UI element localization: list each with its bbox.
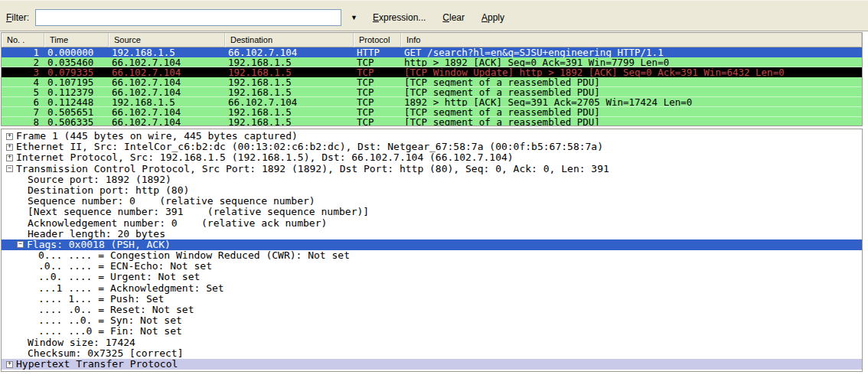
cell-info: [TCP Window Update] http > 1892 [ACK] Se…: [401, 67, 862, 77]
detail-line-text: Destination port: http (80): [28, 185, 189, 196]
detail-line[interactable]: ..0. .... = Urgent: Not set: [2, 272, 862, 282]
cell-info: [TCP segment of a reassembled PDU]: [401, 87, 862, 96]
column-header-protocol[interactable]: Protocol: [354, 33, 401, 47]
detail-line-text: .... .0.. = Reset: Not set: [38, 305, 194, 315]
cell-info: 1892 > http [ACK] Seq=391 Ack=2705 Win=1…: [401, 97, 862, 106]
expand-icon[interactable]: +: [6, 133, 13, 140]
cell-no: 3: [2, 67, 44, 77]
detail-line[interactable]: +Hypertext Transfer Protocol: [2, 359, 862, 370]
cell-source: 66.102.7.104: [109, 87, 225, 96]
cell-destination: 192.168.1.5: [225, 117, 354, 125]
packet-row-4[interactable]: 40.10719566.102.7.104192.168.1.5TCP[TCP …: [2, 77, 862, 87]
detail-line-text: Frame 1 (445 bytes on wire, 445 bytes ca…: [16, 131, 298, 142]
column-header-source[interactable]: Source: [109, 33, 225, 47]
cell-no: 7: [2, 107, 44, 116]
collapse-icon[interactable]: −: [6, 165, 13, 172]
cell-time: 0.505651: [44, 107, 109, 116]
column-header-no[interactable]: No. .: [2, 33, 44, 47]
detail-line-text: ...1 .... = Acknowledgment: Set: [38, 283, 224, 294]
cell-destination: 192.168.1.5: [225, 77, 354, 86]
packet-list-header: No. .TimeSourceDestinationProtocolInfo: [2, 33, 862, 47]
cell-time: 0.000000: [44, 47, 109, 57]
cell-source: 192.168.1.5: [109, 97, 225, 106]
cell-source: 66.102.7.104: [109, 57, 225, 67]
detail-line-text: Internet Protocol, Src: 192.168.1.5 (192…: [16, 152, 514, 163]
detail-line[interactable]: Header length: 20 bytes: [2, 229, 862, 239]
cell-protocol: TCP: [354, 117, 401, 125]
packet-row-8[interactable]: 80.50633566.102.7.104192.168.1.5TCP[TCP …: [2, 117, 862, 125]
expression-button[interactable]: Expression...: [367, 11, 432, 24]
packet-row-3[interactable]: 30.07933566.102.7.104192.168.1.5TCP[TCP …: [2, 67, 862, 77]
cell-destination: 192.168.1.5: [225, 67, 354, 77]
expand-icon[interactable]: +: [6, 361, 13, 368]
cell-time: 0.112379: [44, 87, 109, 96]
packet-row-7[interactable]: 70.50565166.102.7.104192.168.1.5TCP[TCP …: [2, 107, 862, 117]
cell-no: 1: [2, 47, 44, 57]
detail-line[interactable]: Window size: 17424: [2, 337, 862, 348]
cell-destination: 192.168.1.5: [225, 57, 354, 67]
detail-line-text: .... ...0 = Fin: Not set: [38, 326, 182, 337]
packet-row-2[interactable]: 20.03546066.102.7.104192.168.1.5TCPhttp …: [2, 57, 862, 67]
detail-line[interactable]: Sequence number: 0 (relative sequence nu…: [2, 196, 862, 207]
detail-line[interactable]: Destination port: http (80): [2, 185, 862, 196]
cell-time: 0.506335: [44, 117, 109, 125]
detail-line[interactable]: Checksum: 0x7325 [correct]: [2, 348, 862, 359]
detail-line-text: Transmission Control Protocol, Src Port:…: [16, 164, 609, 174]
cell-destination: 66.102.7.104: [225, 47, 354, 57]
column-header-info[interactable]: Info: [401, 33, 862, 47]
cell-no: 2: [2, 57, 44, 67]
column-header-destination[interactable]: Destination: [225, 33, 354, 47]
apply-button[interactable]: Apply: [475, 11, 511, 24]
cell-time: 0.107195: [44, 77, 109, 86]
cell-protocol: TCP: [354, 67, 401, 77]
detail-line[interactable]: Source port: 1892 (1892): [2, 174, 862, 185]
wireshark-window: Filter: ▼ Expression... Clear Apply No. …: [0, 0, 868, 372]
detail-line[interactable]: ...1 .... = Acknowledgment: Set: [2, 283, 862, 294]
detail-line[interactable]: +Ethernet II, Src: IntelCor_c6:b2:dc (00…: [2, 142, 862, 152]
detail-line[interactable]: −Transmission Control Protocol, Src Port…: [2, 164, 862, 174]
detail-line[interactable]: .... 1... = Push: Set: [2, 294, 862, 305]
detail-line[interactable]: .... ..0. = Syn: Not set: [2, 315, 862, 326]
packet-row-6[interactable]: 60.112448192.168.1.566.102.7.104TCP1892 …: [2, 97, 862, 107]
detail-line[interactable]: .... .0.. = Reset: Not set: [2, 305, 862, 315]
cell-source: 66.102.7.104: [109, 117, 225, 125]
cell-protocol: TCP: [354, 97, 401, 106]
cell-no: 8: [2, 117, 44, 125]
packet-list-pane: No. .TimeSourceDestinationProtocolInfo 1…: [1, 32, 863, 126]
cell-protocol: TCP: [354, 57, 401, 67]
filter-input[interactable]: [35, 9, 341, 26]
cell-info: [TCP segment of a reassembled PDU]: [401, 117, 862, 125]
detail-line[interactable]: 0... .... = Congestion Window Reduced (C…: [2, 250, 862, 261]
column-header-time[interactable]: Time: [44, 33, 109, 47]
detail-line-text: Ethernet II, Src: IntelCor_c6:b2:dc (00:…: [16, 142, 603, 152]
packet-details-pane: +Frame 1 (445 bytes on wire, 445 bytes c…: [1, 129, 863, 372]
clear-button[interactable]: Clear: [436, 11, 471, 24]
filter-history-dropdown-icon[interactable]: ▼: [346, 14, 362, 21]
cell-protocol: TCP: [354, 107, 401, 116]
cell-protocol: TCP: [354, 87, 401, 96]
detail-line[interactable]: Acknowledgement number: 0 (relative ack …: [2, 218, 862, 229]
expand-icon[interactable]: +: [6, 155, 13, 161]
detail-line[interactable]: .... ...0 = Fin: Not set: [2, 326, 862, 337]
cell-info: [TCP segment of a reassembled PDU]: [401, 107, 862, 116]
detail-line[interactable]: .0.. .... = ECN-Echo: Not set: [2, 261, 862, 272]
detail-line[interactable]: −Flags: 0x0018 (PSH, ACK): [2, 239, 862, 250]
collapse-icon[interactable]: −: [17, 241, 24, 248]
cell-info: [TCP segment of a reassembled PDU]: [401, 77, 862, 86]
filter-label: Filter:: [6, 12, 29, 23]
detail-line-text: .... 1... = Push: Set: [38, 294, 164, 305]
detail-line[interactable]: [Next sequence number: 391 (relative seq…: [2, 207, 862, 217]
packet-row-1[interactable]: 10.000000192.168.1.566.102.7.104HTTPGET …: [2, 47, 862, 57]
detail-line-text: Checksum: 0x7325 [correct]: [28, 348, 184, 359]
cell-source: 66.102.7.104: [109, 67, 225, 77]
cell-protocol: TCP: [354, 77, 401, 86]
detail-line-text: Window size: 17424: [28, 337, 135, 348]
cell-info: GET /search?hl=en&q=SJSU+engineering HTT…: [401, 47, 862, 57]
detail-line[interactable]: +Internet Protocol, Src: 192.168.1.5 (19…: [2, 152, 862, 163]
detail-line-text: Header length: 20 bytes: [28, 229, 165, 239]
detail-line[interactable]: +Frame 1 (445 bytes on wire, 445 bytes c…: [2, 131, 862, 142]
packet-row-5[interactable]: 50.11237966.102.7.104192.168.1.5TCP[TCP …: [2, 87, 862, 97]
detail-line-text: Acknowledgement number: 0 (relative ack …: [28, 218, 327, 229]
expand-icon[interactable]: +: [6, 144, 13, 151]
cell-protocol: HTTP: [354, 47, 401, 57]
